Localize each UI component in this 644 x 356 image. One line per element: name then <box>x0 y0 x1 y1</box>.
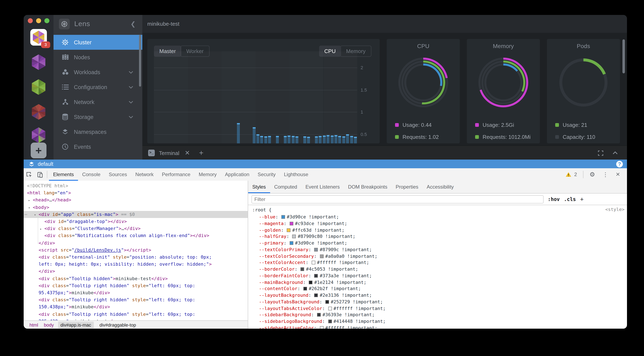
sidebar-item-namespaces[interactable]: Namespaces <box>54 124 142 139</box>
cluster-rail-item[interactable] <box>30 104 47 120</box>
device-toolbar-icon[interactable] <box>34 171 45 178</box>
color-swatch[interactable] <box>314 248 318 252</box>
pseudo-state-toggle[interactable]: :hov <box>548 196 560 202</box>
breadcrumb-item[interactable]: html <box>30 323 38 327</box>
css-property[interactable]: --layoutBackground: #2e3136 !important; <box>259 292 372 299</box>
styles-tab-styles[interactable]: Styles <box>248 181 270 193</box>
css-selector[interactable]: :root { <box>252 207 272 213</box>
dom-tree-node[interactable]: <div class="Tooltip hidden">minikube-tes… <box>24 275 248 282</box>
color-swatch[interactable] <box>301 267 304 271</box>
sidebar-item-cluster[interactable]: Cluster <box>54 35 142 50</box>
devtools-tab-sources[interactable]: Sources <box>104 169 131 180</box>
chevron-down-icon[interactable] <box>129 71 133 74</box>
warning-icon[interactable] <box>566 172 572 177</box>
cluster-rail-item[interactable] <box>30 54 47 70</box>
devtools-tab-lighthouse[interactable]: Lighthouse <box>280 169 312 180</box>
devtools-tab-performance[interactable]: Performance <box>158 169 194 180</box>
cluster-rail-item[interactable] <box>30 79 47 95</box>
css-property[interactable]: --textColorAccent: #ffffff !important; <box>259 260 369 266</box>
sidebar-item-storage[interactable]: Storage <box>54 109 142 124</box>
sidebar-scrollbar[interactable] <box>139 35 141 87</box>
devtools-tab-network[interactable]: Network <box>131 169 158 180</box>
css-property[interactable]: --borderColor: #4c5053 !important; <box>259 266 358 273</box>
color-swatch[interactable] <box>281 215 285 219</box>
cluster-rail-item[interactable] <box>30 127 47 143</box>
chevron-down-icon[interactable] <box>129 86 133 88</box>
main-scrollbar[interactable] <box>622 39 625 73</box>
node-options-icon[interactable]: ⋯ <box>24 211 27 218</box>
chevron-down-icon[interactable] <box>129 101 133 103</box>
devtools-tab-memory[interactable]: Memory <box>194 169 221 180</box>
color-swatch[interactable] <box>320 326 324 329</box>
expand-arrow-icon[interactable]: ▸ <box>28 197 30 204</box>
dom-tree-node[interactable]: <!DOCTYPE html> <box>24 182 248 189</box>
sidebar-collapse-icon[interactable]: ❮ <box>130 20 136 27</box>
color-swatch[interactable] <box>320 254 324 258</box>
dom-tree-node[interactable]: <html lang="en"> <box>24 189 248 196</box>
dom-tree-node[interactable]: <script src="/build/LensDev.js"></script… <box>24 247 248 254</box>
sidebar-item-network[interactable]: Network <box>54 94 142 109</box>
dom-tree-node[interactable]: <div class="Tooltip right hidden" style=… <box>24 311 248 318</box>
css-property[interactable]: --contentColor: #262b2f !important; <box>259 286 361 292</box>
color-swatch[interactable] <box>290 222 293 225</box>
dom-tree-node[interactable]: <div class="Tooltip right hidden" style=… <box>24 282 248 289</box>
new-style-rule-icon[interactable]: + <box>580 196 584 203</box>
color-swatch[interactable] <box>292 235 296 238</box>
stylesheet-source-link[interactable]: <style> <box>605 207 624 212</box>
breadcrumb-item[interactable]: div#draggable-top <box>100 323 136 327</box>
color-swatch[interactable] <box>328 320 332 323</box>
color-swatch[interactable] <box>309 280 312 284</box>
devtools-settings-icon[interactable]: ⚙ <box>586 171 598 178</box>
expand-arrow-icon[interactable]: ▾ <box>28 204 30 211</box>
namespace-bar[interactable]: default ? <box>24 160 627 168</box>
add-cluster-button[interactable]: + <box>31 143 46 158</box>
devtools-tab-console[interactable]: Console <box>78 169 104 180</box>
color-swatch[interactable] <box>312 261 315 265</box>
css-property[interactable]: --halfGray: #87909c80 !important; <box>259 233 356 240</box>
dom-tree-node[interactable]: <div class="Tooltip right hidden" style=… <box>24 296 248 303</box>
expand-arrow-icon[interactable]: ▾ <box>34 211 36 218</box>
css-property[interactable]: --borderFaintColor: #373a3e !important; <box>259 273 372 279</box>
expand-arrow-icon[interactable]: ▸ <box>40 225 42 232</box>
terminal-close-icon[interactable]: ✕ <box>185 149 190 157</box>
dom-tree-node[interactable]: ⋯▾<div id="app" class="is-mac"> == $0 <box>24 211 248 218</box>
dom-tree-node[interactable]: <div id="draggable-top"></div> <box>24 218 248 225</box>
css-property[interactable]: --textColorPrimary: #87909c !important; <box>259 247 372 253</box>
zoom-window-button[interactable] <box>44 18 50 23</box>
devtools-close-icon[interactable]: × <box>613 170 623 178</box>
styles-tab-event-listeners[interactable]: Event Listeners <box>301 181 344 193</box>
css-property[interactable]: --golden: #ffc63d !important; <box>259 227 344 233</box>
dom-tree-node[interactable]: </div> <box>24 268 248 275</box>
styles-tab-properties[interactable]: Properties <box>392 181 422 193</box>
terminal-tab[interactable]: Terminal <box>159 150 179 156</box>
cluster-rail-item[interactable]: 3 <box>30 29 47 46</box>
dock-collapse-icon[interactable] <box>612 151 618 155</box>
css-property[interactable]: --sidebarActiveColor: #ffffff !important… <box>259 325 378 329</box>
dom-tree-node[interactable]: <div class="Notifications flex column al… <box>24 232 248 239</box>
dom-tree-node[interactable]: </div> <box>24 239 248 246</box>
css-property[interactable]: --sidebarBackground: #36393e !important; <box>259 312 375 319</box>
devtools-tab-security[interactable]: Security <box>254 169 280 180</box>
help-button[interactable]: ? <box>616 161 623 167</box>
css-property[interactable]: --mainBackground: #1e2124 !important; <box>259 279 366 286</box>
styles-filter-input[interactable] <box>252 195 544 203</box>
color-swatch[interactable] <box>314 293 318 297</box>
color-swatch[interactable] <box>287 228 290 232</box>
warning-count[interactable]: 2 <box>574 172 577 178</box>
dom-tree-node[interactable]: ▸<div class="ClusterManager">…</div> <box>24 225 248 232</box>
devtools-tab-application[interactable]: Application <box>221 169 253 180</box>
breadcrumb-item[interactable]: div#app.is-mac <box>58 322 94 328</box>
sidebar-item-events[interactable]: Events <box>54 139 142 154</box>
css-property[interactable]: --primary: #3d90ce !important; <box>259 240 347 247</box>
color-swatch[interactable] <box>325 300 329 304</box>
dock-fullscreen-icon[interactable] <box>598 150 603 156</box>
styles-tab-computed[interactable]: Computed <box>270 181 301 193</box>
styles-tab-dom-breakpoints[interactable]: DOM Breakpoints <box>344 181 392 193</box>
css-property[interactable]: --textColorSecondary: #a0a0a0 !important… <box>259 253 378 260</box>
dom-tree-node[interactable]: 95.4375px;">minikube</div> <box>24 289 248 296</box>
css-property[interactable]: --sidebarLogoBackground: #414448 !import… <box>259 318 386 325</box>
breadcrumb-item[interactable]: body <box>44 323 54 327</box>
color-swatch[interactable] <box>314 274 318 278</box>
css-property[interactable]: --magenta: #c93dce !important; <box>259 220 347 227</box>
css-property[interactable]: --blue: #3d90ce !important; <box>259 214 339 220</box>
